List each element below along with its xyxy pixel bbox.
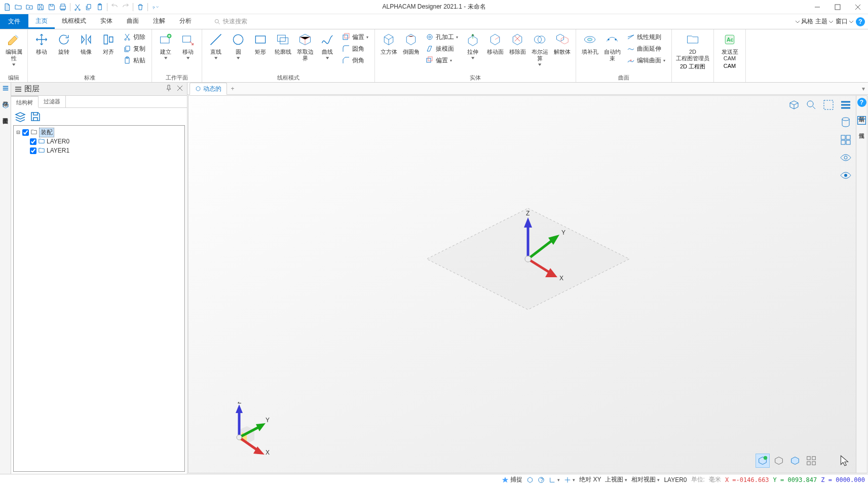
boolean-button[interactable]: 布尔运算▾ bbox=[529, 30, 550, 67]
fillhole-button[interactable]: 填补孔 bbox=[579, 30, 600, 55]
theme-menu[interactable]: 主题 bbox=[815, 17, 834, 26]
rail-storage[interactable]: 存储 bbox=[2, 95, 9, 99]
status-topview[interactable]: 上视图 bbox=[605, 475, 627, 484]
new-doc-icon[interactable] bbox=[2, 2, 12, 12]
cube-button[interactable]: 立方体 bbox=[378, 30, 399, 55]
cut-button[interactable]: 切除 bbox=[121, 31, 147, 43]
tab-solid[interactable]: 实体 bbox=[93, 14, 120, 29]
panel-tab-filter[interactable]: 过滤器 bbox=[39, 96, 66, 107]
send-cam-button[interactable]: Ac 发送至CAM bbox=[717, 30, 742, 62]
status-snap[interactable]: 捕捉 bbox=[502, 475, 522, 484]
rotate-button[interactable]: 旋转 bbox=[53, 30, 74, 55]
removeface-button[interactable]: 移除面 bbox=[507, 30, 528, 55]
eye1-icon[interactable] bbox=[840, 152, 852, 165]
dissolve-button[interactable]: 解散体 bbox=[551, 30, 573, 55]
frame-icon[interactable] bbox=[822, 99, 835, 113]
chamfer-button[interactable]: 倒角 bbox=[340, 55, 370, 66]
help-dropdown-icon[interactable]: ? bbox=[150, 2, 160, 12]
grid-icon[interactable] bbox=[840, 134, 852, 147]
tree-child-1[interactable]: LAYER1 bbox=[16, 146, 182, 155]
save-icon[interactable] bbox=[35, 2, 46, 12]
file-tab[interactable]: 文件 bbox=[0, 14, 28, 29]
status-abs[interactable]: 绝对 XY bbox=[579, 475, 601, 484]
undo-icon[interactable] bbox=[109, 2, 120, 12]
select-mode-3[interactable] bbox=[788, 454, 802, 468]
status-axis-icon[interactable] bbox=[549, 476, 560, 483]
layers-icon[interactable] bbox=[14, 110, 26, 123]
open-icon[interactable] bbox=[13, 2, 23, 12]
help-icon[interactable]: ? bbox=[857, 98, 866, 107]
tree-child-0[interactable]: LAYER0 bbox=[16, 137, 182, 146]
status-help-icon[interactable]: ? bbox=[538, 476, 545, 483]
cut-icon[interactable] bbox=[72, 2, 83, 12]
panel-tab-tree[interactable]: 结构树 bbox=[11, 96, 39, 108]
redo-icon[interactable] bbox=[121, 2, 131, 12]
draftface-button[interactable]: 拔模面 bbox=[424, 43, 460, 54]
delete-icon[interactable] bbox=[135, 2, 145, 12]
tree-root[interactable]: ⊟ 装配 bbox=[16, 128, 182, 137]
status-target-icon[interactable] bbox=[564, 476, 575, 483]
maximize-button[interactable] bbox=[827, 0, 848, 14]
rail-icon[interactable] bbox=[856, 115, 867, 126]
move-button[interactable]: 移动 bbox=[31, 30, 52, 55]
tab-wireframe[interactable]: 线框模式 bbox=[55, 14, 93, 29]
zoom-fit-icon[interactable] bbox=[805, 99, 817, 113]
add-view-button[interactable]: + bbox=[228, 84, 237, 93]
expander-icon[interactable]: ⊟ bbox=[16, 129, 21, 136]
rail-icon[interactable] bbox=[2, 85, 9, 92]
tab-analyze[interactable]: 分析 bbox=[172, 14, 199, 29]
move-wp-button[interactable]: 移动▾ bbox=[177, 30, 199, 60]
cursor-icon[interactable] bbox=[838, 454, 852, 468]
round-button[interactable]: 倒圆角 bbox=[400, 30, 422, 55]
line-button[interactable]: 直线▾ bbox=[205, 30, 227, 60]
print-icon[interactable] bbox=[58, 2, 68, 12]
style-menu[interactable]: 风格 bbox=[795, 17, 813, 26]
editcurve-button[interactable]: 编辑曲面▾ bbox=[625, 55, 667, 66]
drawing-mgr-button[interactable]: 2D工程图管理员 bbox=[675, 30, 710, 62]
import-icon[interactable] bbox=[24, 2, 34, 12]
select-mode-4[interactable] bbox=[804, 454, 818, 468]
edit-attrs-button[interactable]: 编辑属性▾ bbox=[3, 30, 24, 67]
layer1-checkbox[interactable] bbox=[30, 147, 36, 154]
create-wp-button[interactable]: 建立▾ bbox=[155, 30, 176, 60]
rail-icon[interactable] bbox=[2, 102, 9, 109]
align-button[interactable]: 对齐 bbox=[98, 30, 119, 55]
orientation-gizmo[interactable]: Z Y X bbox=[224, 402, 270, 458]
linerule-button[interactable]: 线性规则 bbox=[625, 31, 667, 43]
help-icon[interactable]: ? bbox=[856, 17, 865, 26]
view-tab-dynamic[interactable]: 动态的 bbox=[190, 83, 227, 95]
contour-button[interactable]: 轮廓线 bbox=[272, 30, 293, 55]
pin-icon[interactable] bbox=[165, 84, 173, 94]
autoconstrain-button[interactable]: 自动约束 bbox=[601, 30, 623, 62]
copy-icon[interactable] bbox=[84, 2, 94, 12]
tab-annotate[interactable]: 注解 bbox=[146, 14, 172, 29]
status-box-icon[interactable] bbox=[526, 476, 534, 483]
surfext-button[interactable]: 曲面延伸 bbox=[625, 43, 667, 54]
viewport[interactable]: Z Y X Z Y bbox=[188, 95, 867, 473]
status-relview[interactable]: 相对视图 bbox=[631, 475, 660, 484]
status-layer[interactable]: LAYER0 bbox=[664, 476, 687, 483]
copy-button[interactable]: 复制 bbox=[121, 43, 147, 54]
rail-wp-mgr[interactable]: 工作平面管理员 bbox=[2, 112, 9, 116]
paste-icon[interactable] bbox=[95, 2, 105, 12]
select-mode-1[interactable] bbox=[756, 454, 770, 468]
curve-button[interactable]: 曲线▾ bbox=[317, 30, 338, 60]
moveface-button[interactable]: 移动面 bbox=[484, 30, 506, 55]
rect-button[interactable]: 矩形 bbox=[250, 30, 271, 55]
paste-button[interactable]: 粘贴 bbox=[121, 55, 147, 66]
save-as-icon[interactable] bbox=[47, 2, 57, 12]
root-checkbox[interactable] bbox=[22, 129, 29, 136]
minimize-button[interactable] bbox=[807, 0, 827, 14]
solid-offset-button[interactable]: 偏置▾ bbox=[424, 55, 460, 66]
menu-icon[interactable] bbox=[840, 99, 852, 113]
window-menu[interactable]: 窗口 bbox=[836, 17, 854, 26]
cylinder-icon[interactable] bbox=[840, 116, 852, 130]
hole-button[interactable]: 孔加工▾ bbox=[424, 31, 460, 43]
fillet-button[interactable]: 圆角 bbox=[340, 43, 370, 54]
view-dropdown[interactable]: ▾ bbox=[859, 85, 868, 92]
select-mode-2[interactable] bbox=[772, 454, 786, 468]
offset-button[interactable]: 偏置▾ bbox=[340, 31, 370, 43]
save-layers-icon[interactable] bbox=[29, 110, 42, 123]
tab-surface[interactable]: 曲面 bbox=[120, 14, 146, 29]
tab-home[interactable]: 主页 bbox=[28, 14, 55, 29]
